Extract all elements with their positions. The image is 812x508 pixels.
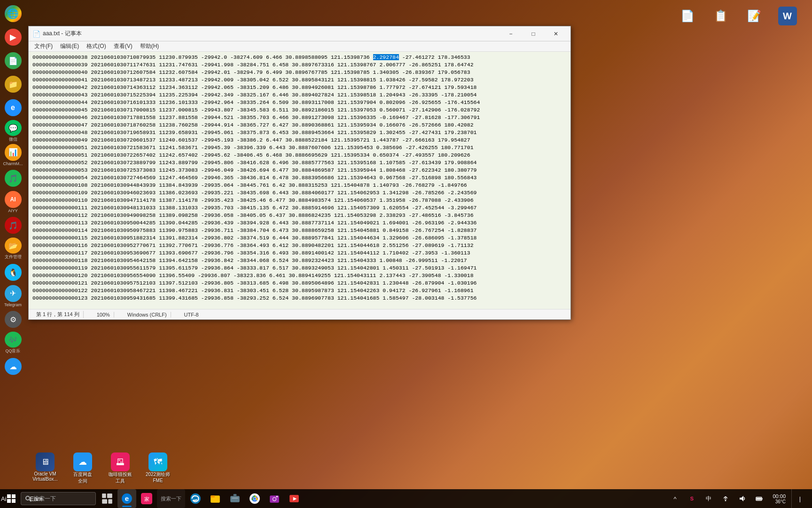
desktop-icon-baiduyun[interactable]: ☁ 百度网盘全间 [66, 452, 100, 484]
sidebar-icon-files[interactable]: 📁 [2, 73, 24, 95]
tray-icon-battery[interactable] [752, 489, 767, 508]
close-button[interactable]: ✕ [545, 26, 567, 41]
menu-edit[interactable]: 编辑(E) [56, 41, 83, 51]
sidebar-icon-qqmusic[interactable]: 🎶 QQ音乐 [2, 332, 24, 354]
sidebar-icon-filemanager[interactable]: 📂 文件管理 [2, 238, 24, 260]
window-controls: − □ ✕ [500, 26, 567, 41]
svg-rect-7 [107, 493, 112, 498]
menu-help[interactable]: 帮助(H) [136, 41, 163, 51]
desktop-icon-virtualbox[interactable]: 🖥 Oracle VMVirtualBox... [28, 452, 62, 484]
taskbar-icon-edge2[interactable] [186, 489, 205, 508]
sidebar-icon-netdisk[interactable]: ☁ [2, 355, 24, 378]
svg-point-23 [253, 497, 256, 500]
svg-text:e: e [125, 494, 129, 502]
taskbar-icons-group: e 家 搜索一下 [96, 489, 667, 508]
window-content: 00000000000000038 20210601030710879935 1… [29, 52, 570, 309]
svg-rect-6 [102, 493, 106, 498]
svg-rect-2 [7, 499, 11, 503]
tray-icon-volume[interactable] [735, 489, 750, 508]
desktop-icon-fme[interactable]: 🗺 2022测绘师FME [141, 452, 175, 484]
tray-icon-sougou[interactable]: S [684, 489, 699, 508]
cursor-position: 第 1 行，第 114 列 [32, 311, 84, 318]
svg-point-26 [273, 498, 275, 500]
svg-rect-33 [757, 498, 761, 500]
svg-rect-16 [211, 495, 215, 497]
svg-text:家: 家 [144, 496, 149, 502]
sidebar-icon-settings[interactable]: ⚙ [2, 308, 24, 331]
line-ending: Windows (CRLF) [124, 312, 171, 318]
svg-rect-18 [232, 498, 238, 499]
svg-rect-19 [234, 494, 237, 496]
menu-format[interactable]: 格式(O) [83, 41, 109, 51]
sidebar-icon-chrome[interactable]: 🌐 [2, 2, 24, 25]
svg-rect-17 [230, 496, 240, 502]
desktop-icon-tools[interactable]: 🗳 咖啡猫投账工具 [103, 452, 137, 484]
bottom-desktop-icons: 🖥 Oracle VMVirtualBox... ☁ 百度网盘全间 🗳 咖啡猫投… [28, 452, 175, 484]
sidebar-icon-qq[interactable]: 🐧 [2, 261, 24, 284]
notepad-window: 📄 aaa.txt - 记事本 − □ ✕ 文件(F) 编辑(E) 格式(O) … [28, 26, 571, 320]
desktop-icon-doc1[interactable]: 📄 [672, 5, 703, 27]
menu-file[interactable]: 文件(F) [31, 41, 56, 51]
maximize-button[interactable]: □ [523, 26, 544, 41]
svg-rect-34 [762, 499, 763, 500]
taskbar-search[interactable]: 搜索一下 [21, 492, 96, 505]
taskbar-icon-scanner[interactable] [226, 489, 244, 508]
taskbar: 搜索一下 e 家 搜索一下 [0, 489, 812, 508]
svg-rect-0 [7, 494, 11, 498]
taskbar-icon-taskview[interactable] [98, 489, 117, 508]
window-title: aaa.txt - 记事本 [43, 30, 500, 38]
sidebar-icon-music[interactable]: 🎵 [2, 167, 24, 190]
sidebar-icon-chart[interactable]: 📊 CharmM... [2, 143, 24, 166]
menu-view[interactable]: 查看(V) [110, 41, 136, 51]
svg-point-30 [725, 500, 726, 501]
taskbar-icon-search2[interactable]: 搜索一下 [157, 489, 185, 508]
sidebar: 🌐 ▶ 📄 📁 e 💬 微信 📊 CharmM... 🎵 [0, 0, 26, 489]
sidebar-icon-aiyy[interactable]: AI AIYY [2, 190, 24, 213]
taskbar-tray: ^ S 中 00:00 36°C [667, 489, 810, 508]
temperature-display: 36°C [773, 499, 786, 504]
tray-icon-up[interactable]: ^ [667, 489, 682, 508]
desktop-icon-word[interactable]: W [772, 5, 803, 27]
tray-icon-show-desktop[interactable]: | [791, 489, 806, 508]
text-content[interactable]: 00000000000000038 20210601030710879935 1… [29, 52, 570, 309]
tray-icon-lang[interactable]: 中 [701, 489, 716, 508]
svg-rect-3 [12, 499, 16, 503]
svg-rect-8 [102, 499, 107, 504]
svg-rect-1 [12, 494, 16, 498]
encoding: UTF-8 [180, 312, 203, 318]
taskbar-icon-edge[interactable]: e [117, 489, 136, 508]
clock-time: 00:00 [773, 493, 786, 499]
status-bar: 第 1 行，第 114 列 100% Windows (CRLF) UTF-8 [29, 309, 570, 319]
sidebar-icon-ie[interactable]: e [2, 96, 24, 119]
notepad-icon: 📄 [32, 30, 40, 38]
tray-icon-network[interactable] [718, 489, 733, 508]
window-titlebar[interactable]: 📄 aaa.txt - 记事本 − □ ✕ [29, 26, 570, 41]
sidebar-icon-netease[interactable]: 🎵 [2, 214, 24, 237]
sidebar-icon-telegram[interactable]: ✈ Telegram [2, 285, 24, 307]
desktop-icon-doc2[interactable]: 📋 [705, 5, 736, 27]
zoom-level: 100% [93, 312, 114, 318]
taskbar-clock[interactable]: 00:00 36°C [769, 493, 789, 504]
sidebar-icon-chrome2[interactable]: ▶ [2, 26, 24, 48]
svg-point-4 [26, 496, 30, 500]
svg-line-5 [29, 500, 31, 501]
sidebar-icon-wechat[interactable]: 💬 微信 [2, 120, 24, 143]
start-button[interactable] [2, 489, 21, 508]
svg-marker-31 [740, 496, 743, 501]
svg-rect-9 [108, 499, 112, 504]
taskbar-icon-explorer[interactable] [206, 489, 225, 508]
top-desktop-icons: 📄 📋 📝 W [672, 5, 803, 27]
minimize-button[interactable]: − [500, 26, 522, 41]
svg-point-27 [276, 496, 278, 497]
taskbar-icon-shanghaijia[interactable]: 家 [137, 489, 156, 508]
search-placeholder: 搜索一下 [33, 495, 56, 503]
desktop-icon-doc3[interactable]: 📝 [739, 5, 769, 27]
taskbar-icon-photo[interactable] [265, 489, 284, 508]
taskbar-icon-media[interactable] [285, 489, 304, 508]
taskbar-icon-chrome[interactable] [245, 489, 264, 508]
sidebar-icon-scanner[interactable]: 📄 [2, 49, 24, 72]
window-menubar: 文件(F) 编辑(E) 格式(O) 查看(V) 帮助(H) [29, 41, 570, 52]
